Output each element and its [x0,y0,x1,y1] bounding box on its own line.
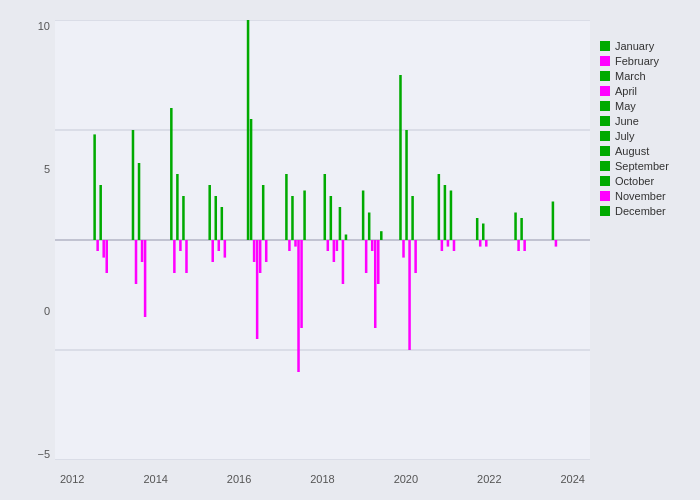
x-label-2014: 2014 [143,473,167,485]
svg-rect-55 [377,240,380,284]
svg-rect-19 [179,240,182,251]
svg-rect-49 [345,235,348,241]
svg-rect-14 [141,240,144,262]
svg-rect-73 [514,213,517,241]
svg-rect-74 [517,240,520,251]
legend-color-february [600,56,610,66]
svg-rect-58 [402,240,405,258]
svg-rect-50 [362,191,365,241]
legend-label-march: March [615,70,646,82]
legend-item-august: August [600,145,685,157]
svg-rect-52 [368,213,371,241]
svg-rect-48 [342,240,345,284]
svg-rect-67 [450,191,453,241]
svg-rect-22 [208,185,211,240]
chart-container: 10 5 0 −5 [0,0,700,500]
svg-rect-13 [138,163,141,240]
svg-rect-32 [259,240,262,273]
x-label-2024: 2024 [560,473,584,485]
svg-rect-63 [438,174,441,240]
svg-rect-38 [294,240,297,247]
legend-label-may: May [615,100,636,112]
svg-rect-17 [173,240,176,273]
svg-rect-7 [96,240,99,251]
legend-item-november: November [600,190,685,202]
svg-rect-57 [399,75,402,240]
svg-rect-36 [288,240,291,251]
svg-rect-28 [247,20,250,240]
svg-rect-25 [218,240,221,251]
legend-item-june: June [600,115,685,127]
svg-rect-15 [144,240,147,317]
svg-rect-77 [552,202,555,241]
svg-rect-35 [285,174,288,240]
svg-rect-47 [339,207,342,240]
legend-item-january: January [600,40,685,52]
legend-color-may [600,101,610,111]
svg-rect-56 [380,231,383,240]
legend-label-january: January [615,40,654,52]
legend-label-september: September [615,160,669,172]
svg-rect-33 [262,185,265,240]
y-label-5: 5 [44,163,50,175]
legend-label-november: November [615,190,666,202]
legend: January February March April May June Ju… [590,30,690,460]
svg-rect-43 [327,240,330,251]
legend-label-february: February [615,55,659,67]
svg-rect-60 [408,240,411,350]
legend-item-march: March [600,70,685,82]
svg-rect-61 [411,196,414,240]
svg-rect-24 [214,196,217,240]
y-axis: 10 5 0 −5 [0,20,55,460]
svg-rect-78 [555,240,558,247]
legend-color-december [600,206,610,216]
svg-rect-46 [336,240,339,251]
svg-rect-54 [374,240,377,328]
svg-rect-20 [182,196,185,240]
legend-label-april: April [615,85,637,97]
legend-label-december: December [615,205,666,217]
svg-rect-64 [441,240,444,251]
svg-rect-45 [333,240,336,262]
x-label-2018: 2018 [310,473,334,485]
svg-rect-44 [330,196,333,240]
svg-rect-40 [300,240,303,328]
svg-rect-37 [291,196,294,240]
svg-rect-9 [102,240,105,258]
legend-item-july: July [600,130,685,142]
y-label-neg5: −5 [37,448,50,460]
svg-rect-70 [479,240,482,247]
legend-item-september: September [600,160,685,172]
legend-color-july [600,131,610,141]
svg-rect-23 [211,240,214,262]
svg-rect-53 [371,240,374,251]
svg-rect-12 [135,240,138,284]
svg-rect-42 [324,174,327,240]
svg-rect-34 [265,240,268,262]
legend-label-october: October [615,175,654,187]
legend-item-may: May [600,100,685,112]
svg-rect-29 [250,119,253,240]
svg-rect-75 [520,218,523,240]
legend-color-october [600,176,610,186]
svg-rect-66 [447,240,450,247]
legend-item-october: October [600,175,685,187]
legend-item-december: December [600,205,685,217]
legend-color-august [600,146,610,156]
chart-area: 2012 2014 2016 2018 2020 2022 2024 [55,20,590,460]
svg-rect-30 [253,240,256,262]
svg-rect-68 [453,240,456,251]
svg-rect-18 [176,174,179,240]
x-label-2012: 2012 [60,473,84,485]
svg-rect-16 [170,108,173,240]
legend-label-august: August [615,145,649,157]
legend-color-november [600,191,610,201]
legend-item-february: February [600,55,685,67]
legend-color-april [600,86,610,96]
y-label-10: 10 [38,20,50,32]
svg-rect-72 [485,240,488,247]
svg-rect-71 [482,224,485,241]
svg-rect-65 [444,185,447,240]
svg-rect-51 [365,240,368,273]
x-label-2016: 2016 [227,473,251,485]
